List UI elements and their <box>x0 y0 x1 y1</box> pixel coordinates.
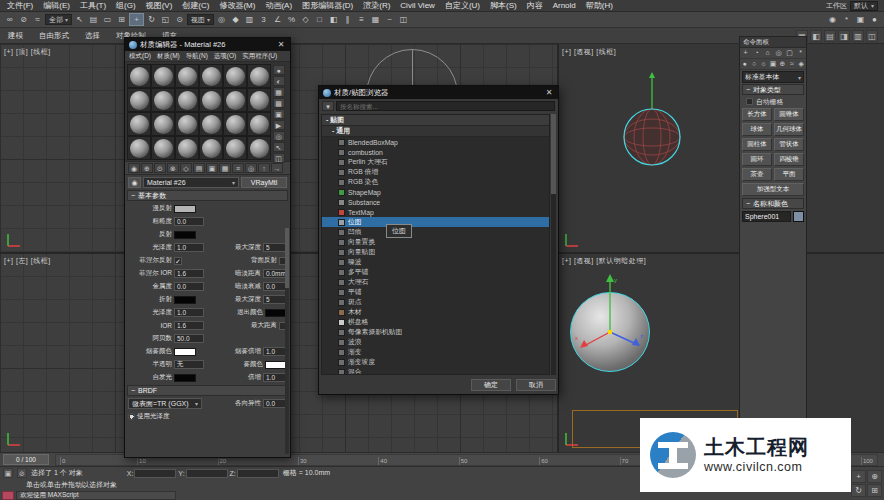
param-value-field[interactable]: 1.0 <box>174 243 204 252</box>
options-icon[interactable]: ◎ <box>273 131 285 141</box>
modify-tab-icon[interactable]: ◔ <box>752 48 761 58</box>
utilities-tab-icon[interactable]: * <box>796 48 805 58</box>
coordinate-input[interactable] <box>186 469 228 478</box>
sample-type-icon[interactable]: ● <box>273 65 285 75</box>
material-editor-icon[interactable]: ◉ <box>826 13 839 26</box>
color-swatch[interactable] <box>174 205 196 213</box>
display-tab-icon[interactable]: ▢ <box>785 48 794 58</box>
material-sample-slot[interactable] <box>199 88 223 112</box>
material-sample-slot[interactable] <box>247 112 271 136</box>
param-value-field[interactable]: 1.6 <box>174 321 204 330</box>
geometry-icon[interactable]: ● <box>740 59 749 69</box>
material-sample-slot[interactable] <box>199 112 223 136</box>
primitive-button[interactable]: 茶壶 <box>742 168 772 181</box>
percent-snap-icon[interactable]: % ▾ <box>285 13 298 26</box>
primitive-button[interactable]: 圆柱体 <box>742 138 772 151</box>
material-editor-menu-item[interactable]: 导航(N) <box>183 52 211 61</box>
ribbon-tool-icon[interactable]: ◫ <box>866 30 878 42</box>
rollout-object-type[interactable]: − 对象类型 <box>742 84 804 95</box>
map-item[interactable]: 渐变坡度 <box>322 357 549 367</box>
select-by-material-icon[interactable]: ↖ <box>273 142 285 152</box>
param-value-field[interactable]: 0.0mm <box>263 269 287 278</box>
material-id-icon[interactable]: ▣ <box>206 163 218 173</box>
map-item[interactable]: Substance <box>322 197 549 207</box>
material-sample-slot[interactable] <box>127 136 151 160</box>
map-item[interactable]: 平铺 <box>322 287 549 297</box>
map-item[interactable]: 斑点 <box>322 297 549 307</box>
sphere-wireframe-selected[interactable] <box>618 64 686 169</box>
material-sample-slot[interactable] <box>247 136 271 160</box>
primitive-button[interactable]: 平面 <box>774 168 804 181</box>
get-material-icon[interactable]: ◉ <box>128 163 140 173</box>
render-frame-icon[interactable]: ▣ <box>854 13 867 26</box>
material-sample-slot[interactable] <box>223 88 247 112</box>
autogrid-checkbox[interactable] <box>746 98 753 105</box>
material-sample-slot[interactable] <box>151 136 175 160</box>
param-value-field[interactable]: 1.6 <box>174 269 204 278</box>
coordinate-input[interactable] <box>237 469 279 478</box>
menu-item[interactable]: 帮助(H) <box>581 0 618 12</box>
material-sample-slot[interactable] <box>223 112 247 136</box>
param-value-field[interactable]: 1.0 <box>263 347 287 356</box>
menu-item[interactable]: 视图(V) <box>141 0 178 12</box>
menu-item[interactable]: 脚本(S) <box>485 0 522 12</box>
put-to-library-icon[interactable]: ▤ <box>193 163 205 173</box>
material-sample-slot[interactable] <box>151 112 175 136</box>
menu-item[interactable]: 编辑(E) <box>38 0 75 12</box>
orbit-icon[interactable]: ↻ <box>851 484 866 497</box>
map-item[interactable]: 位图 <box>322 217 549 227</box>
color-swatch[interactable] <box>174 348 196 356</box>
move-gizmo[interactable]: y x z <box>570 270 650 350</box>
primitive-button[interactable]: 圆环 <box>742 153 772 166</box>
param-value-field[interactable]: 50.0 <box>174 334 204 343</box>
isolate-selection-icon[interactable]: ▣ <box>3 468 13 478</box>
window-crossing-icon[interactable]: ⊞ ▾ <box>115 13 128 26</box>
keyboard-override-icon[interactable]: ▥ ▾ <box>243 13 256 26</box>
menu-item[interactable]: 修改器(M) <box>214 0 260 12</box>
primitive-button[interactable]: 球体 <box>742 123 772 136</box>
material-editor-menu-item[interactable]: 选项(O) <box>211 52 239 61</box>
ribbon-tool-icon[interactable]: ▤ <box>824 30 836 42</box>
coordinate-input[interactable] <box>134 469 176 478</box>
ref-coord-dropdown[interactable]: 视图▾ <box>187 13 214 26</box>
spinner-snap-icon[interactable]: ◇ ▾ <box>299 13 312 26</box>
color-swatch[interactable] <box>174 231 196 239</box>
command-panel-titlebar[interactable]: 命令面板 <box>740 37 806 48</box>
shapes-icon[interactable]: ○ <box>750 59 759 69</box>
map-item[interactable]: 渐变 <box>322 347 549 357</box>
material-editor-menu-item[interactable]: 材质(M) <box>154 52 183 61</box>
select-link-icon[interactable]: ∞ ▾ <box>3 13 16 26</box>
param-value-field[interactable]: 0.0 <box>174 217 204 226</box>
align-icon[interactable]: ∥ ▾ <box>341 13 354 26</box>
param-value-field[interactable]: 1.0 <box>174 308 204 317</box>
hierarchy-tab-icon[interactable]: ⌂ <box>763 48 772 58</box>
close-icon[interactable]: ✕ <box>276 40 286 49</box>
color-swatch[interactable] <box>174 374 196 382</box>
search-input[interactable] <box>336 101 555 111</box>
snap-toggle-icon[interactable]: 3 ▾ <box>257 13 270 26</box>
material-sample-slot[interactable] <box>127 88 151 112</box>
ribbon-tool-icon[interactable]: ▥ <box>852 30 864 42</box>
menu-item[interactable]: Civil View <box>395 0 440 12</box>
sample-tiling-icon[interactable]: ▩ <box>273 98 285 108</box>
pick-material-icon[interactable]: ◎ <box>245 163 257 173</box>
material-type-button[interactable]: VRayMtl <box>241 177 287 188</box>
assign-material-icon[interactable]: ⊙ <box>154 163 166 173</box>
viewport-perspective-wire-label[interactable]: [+] [透视] [线框] <box>562 47 616 57</box>
material-sample-slot[interactable] <box>151 64 175 88</box>
systems-icon[interactable]: ◈ <box>797 59 806 69</box>
video-color-check-icon[interactable]: ▣ <box>273 109 285 119</box>
graphite-ribbon-icon[interactable]: ▦ ▾ <box>369 13 382 26</box>
viewport-left-label[interactable]: [+] [左] [线框] <box>4 256 51 266</box>
primitive-button[interactable]: 四棱锥 <box>774 153 804 166</box>
menu-item[interactable]: 图形编辑器(D) <box>297 0 358 12</box>
make-unique-icon[interactable]: ◇ <box>180 163 192 173</box>
ribbon-tab[interactable]: 建模 <box>0 31 31 41</box>
primitive-button[interactable]: 加强型文本 <box>742 183 804 196</box>
time-slider[interactable]: 0 / 100 <box>3 454 49 465</box>
map-item[interactable]: 大理石 <box>322 277 549 287</box>
menu-item[interactable]: 组(G) <box>111 0 141 12</box>
color-swatch[interactable] <box>174 296 196 304</box>
material-sample-slot[interactable] <box>175 64 199 88</box>
motion-tab-icon[interactable]: ◎ <box>774 48 783 58</box>
